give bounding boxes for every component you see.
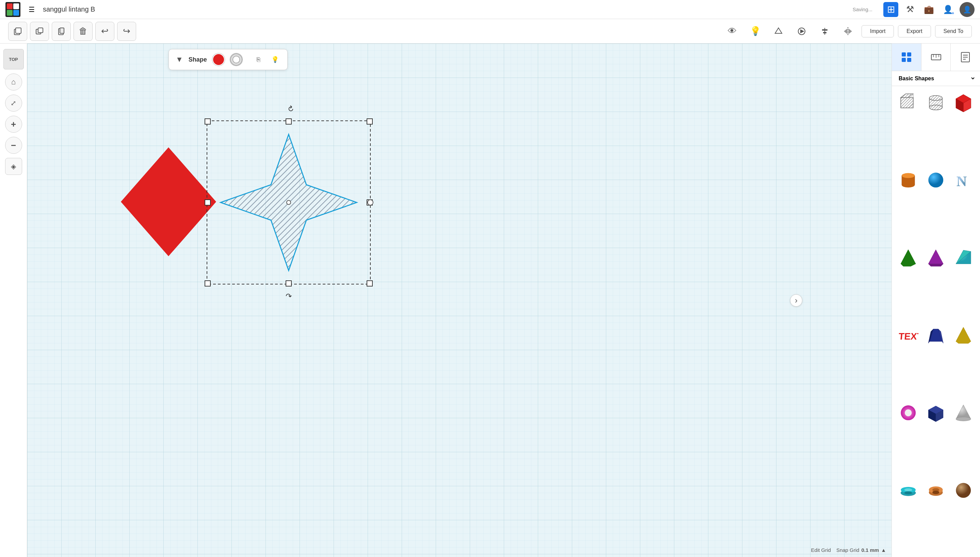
copy-to-new-btn[interactable] [8, 22, 27, 41]
hide-icon [774, 26, 783, 36]
svg-marker-70 [929, 250, 944, 264]
svg-rect-3 [38, 28, 43, 33]
sidebar-header: Basic Shapes Featured Shape Generators L… [892, 71, 980, 86]
sidebar-ruler-icon [930, 51, 942, 63]
shapes-btn[interactable]: ◈ [5, 158, 22, 175]
avatar-btn[interactable]: 👤 [960, 2, 975, 17]
snap-grid-value[interactable]: 0.1 mm [861, 547, 879, 553]
delete-btn[interactable]: 🗑 [73, 22, 93, 41]
shape-N[interactable]: N [951, 168, 976, 192]
saving-text: Saving... [853, 7, 872, 12]
star-shape[interactable]: ↻ ↷ [205, 103, 373, 300]
sidebar-ruler-btn[interactable] [921, 44, 951, 71]
svg-marker-6 [775, 28, 782, 33]
toolbar: 🗑 ↩ ↪ 👁 💡 [0, 19, 980, 44]
shape-orange-donut[interactable] [923, 478, 948, 503]
top-right-icons: ⊞ ⚒ 💼 👤 + 👤 [883, 2, 975, 17]
shape-blue-prism[interactable] [923, 323, 948, 348]
hammer-btn[interactable]: ⚒ [902, 2, 917, 17]
svg-rect-1 [16, 28, 21, 33]
edit-grid-btn[interactable]: Edit Grid [811, 547, 831, 553]
grid-view-btn[interactable]: ⊞ [883, 2, 898, 17]
logo-tin [7, 3, 13, 9]
svg-point-63 [902, 173, 915, 178]
home-btn[interactable]: ⌂ [5, 73, 22, 91]
shapes-grid: N [892, 86, 980, 557]
align-btn[interactable] [815, 22, 834, 41]
shape-gray-cone[interactable] [951, 401, 976, 425]
shape-orange-cylinder[interactable] [896, 168, 921, 192]
redo-btn[interactable]: ↪ [117, 22, 136, 41]
animate-icon [797, 26, 806, 36]
svg-rect-10 [822, 29, 827, 31]
hollow-color-btn[interactable] [230, 54, 242, 66]
shape-green-pyramid[interactable] [896, 245, 921, 270]
shape-striped-cylinder[interactable] [923, 90, 948, 115]
canvas-objects: ↻ ↷ [27, 44, 892, 557]
align-icon [820, 26, 830, 36]
sidebar-notes-btn[interactable] [951, 44, 980, 71]
right-sidebar: Basic Shapes Featured Shape Generators L… [892, 44, 980, 557]
shape-dark-blue-box[interactable] [923, 401, 948, 425]
undo-btn[interactable]: ↩ [95, 22, 114, 41]
shape-panel-collapse[interactable]: ▼ [176, 55, 183, 64]
fit-btn[interactable]: ⤢ [5, 94, 22, 112]
sidebar-notes-icon [959, 51, 972, 63]
expand-sidebar-btn[interactable]: › [790, 294, 802, 306]
duplicate-btn[interactable] [30, 22, 49, 41]
zoom-in-btn[interactable]: + [5, 116, 22, 133]
svg-point-53 [929, 105, 942, 110]
export-btn[interactable]: Export [898, 25, 931, 37]
toolbar-right: 👁 💡 Import [723, 22, 972, 41]
copy-icon [57, 26, 66, 36]
shape-striped-box[interactable] [896, 90, 921, 115]
doc-title: sanggul lintang B [43, 5, 95, 13]
shape-blue-sphere[interactable] [923, 168, 948, 192]
svg-marker-69 [901, 250, 916, 266]
animate-btn[interactable] [792, 22, 811, 41]
zoom-out-btn[interactable]: − [5, 137, 22, 154]
shape-light-btn[interactable]: 💡 [270, 54, 280, 65]
svg-text:↷: ↷ [285, 292, 292, 300]
svg-rect-28 [205, 200, 210, 205]
category-select[interactable]: Basic Shapes Featured Shape Generators L… [897, 75, 975, 81]
svg-marker-86 [956, 405, 971, 419]
light-btn[interactable]: 💡 [746, 22, 765, 41]
svg-point-87 [956, 417, 971, 421]
menu-icon[interactable]: ☰ [29, 5, 35, 14]
shape-pink-torus[interactable] [896, 401, 921, 425]
shape-copy-btn[interactable]: ⎘ [253, 54, 264, 65]
copy-btn[interactable] [52, 22, 71, 41]
left-panel: TOP ⌂ ⤢ + − ◈ [0, 44, 27, 557]
import-btn[interactable]: Import [861, 25, 894, 37]
snap-grid-arrow[interactable]: ▲ [881, 547, 886, 553]
svg-rect-37 [907, 58, 911, 62]
view-mode-btn[interactable]: 👁 [723, 22, 742, 41]
svg-point-30 [287, 200, 291, 205]
briefcase-btn[interactable]: 💼 [921, 2, 936, 17]
shape-teal-wedge[interactable] [951, 245, 976, 270]
shape-teal-ring[interactable] [896, 478, 921, 503]
sidebar-grid-btn[interactable] [892, 44, 921, 71]
add-user-btn[interactable]: 👤 + [941, 2, 956, 17]
svg-rect-34 [902, 52, 906, 57]
shape-purple-pyramid[interactable] [923, 245, 948, 270]
send-to-btn[interactable]: Send To [935, 25, 972, 37]
view-label: TOP [3, 49, 24, 69]
copy-to-new-icon [13, 26, 23, 36]
shape-red-box[interactable] [951, 90, 976, 115]
solid-color-btn[interactable] [212, 54, 225, 66]
mirror-btn[interactable] [838, 22, 858, 41]
shape-yellow-pyramid[interactable] [951, 323, 976, 348]
shape-text[interactable]: TEXT [896, 323, 921, 348]
svg-rect-25 [367, 281, 372, 286]
bottom-status: Edit Grid Snap Grid 0.1 mm ▲ [811, 547, 886, 553]
canvas-area[interactable]: ↻ ↷ ▼ Shape ⎘ 💡 Edit Grid Snap Grid [27, 44, 892, 557]
svg-rect-22 [205, 119, 210, 124]
red-diamond[interactable] [121, 147, 216, 256]
hide-btn[interactable] [769, 22, 788, 41]
shape-brown-sphere[interactable] [951, 478, 976, 503]
svg-point-90 [905, 489, 912, 492]
shape-panel: ▼ Shape ⎘ 💡 [168, 49, 288, 70]
svg-marker-8 [800, 29, 804, 33]
